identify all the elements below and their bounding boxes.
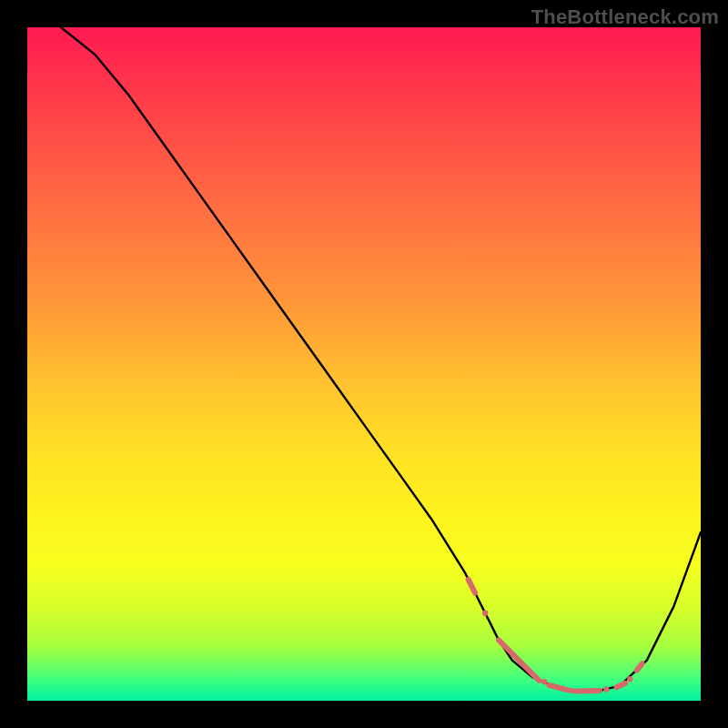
marker-dot: [603, 686, 609, 692]
bottleneck-curve: [61, 27, 701, 692]
chart-frame: TheBottleneck.com: [0, 0, 728, 728]
chart-svg: [27, 27, 701, 701]
marker-dot: [627, 676, 632, 682]
marker-dot: [482, 611, 488, 616]
marker-segment: [550, 685, 568, 690]
watermark-text: TheBottleneck.com: [531, 5, 719, 29]
marker-segment: [617, 683, 626, 687]
marker-dot: [569, 688, 574, 693]
marker-segment: [637, 663, 642, 670]
marker-dot: [541, 679, 547, 684]
curve-path: [61, 27, 701, 692]
marker-segment: [469, 580, 475, 593]
marker-segment: [499, 640, 539, 680]
optimal-range-markers: [469, 580, 642, 693]
plot-area: [27, 27, 701, 701]
marker-segment: [576, 691, 600, 692]
